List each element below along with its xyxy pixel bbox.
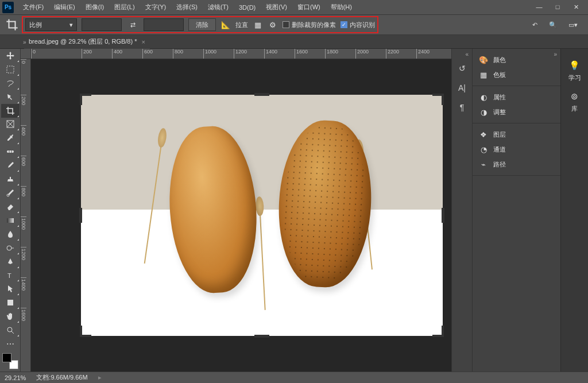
shape-tool[interactable] — [1, 296, 20, 310]
document-canvas[interactable] — [81, 95, 443, 336]
history-panel-icon[interactable]: ↺ — [456, 63, 469, 74]
menu-edit[interactable]: 编辑(E) — [49, 1, 80, 14]
adjustments-panel-icon: ◑ — [478, 107, 489, 117]
clone-stamp-tool[interactable] — [1, 172, 20, 186]
close-tab-icon[interactable]: × — [141, 38, 145, 45]
panels-column: 🎨颜色 ▦色板 ◐属性 ◑调整 ❖图层 ◔通道 ⌁路径 — [472, 49, 560, 372]
status-bar: 29.21% 文档:9.66M/9.66M ▸ — [0, 372, 588, 383]
crop-handle-bottom[interactable] — [254, 335, 269, 338]
foreground-background-colors[interactable] — [2, 353, 18, 369]
highlighted-options: 比例▾ ⇄ 清除 📐 拉直 ▦ ⚙ 删除裁剪的像素 ✓内容识别 — [22, 16, 378, 33]
zoom-tool[interactable] — [1, 323, 20, 337]
crop-settings-icon[interactable]: ⚙ — [268, 20, 278, 30]
paragraph-panel-icon[interactable]: ¶ — [456, 102, 469, 113]
healing-brush-tool[interactable] — [1, 145, 20, 158]
crop-handle-bl[interactable] — [80, 326, 91, 337]
chevron-down-icon: ▾ — [69, 21, 73, 29]
overlay-grid-icon[interactable]: ▦ — [253, 20, 263, 30]
crop-handle-top[interactable] — [254, 93, 269, 96]
libraries-icon: ⊚ — [568, 90, 581, 103]
blur-tool[interactable] — [1, 227, 20, 241]
move-tool[interactable] — [1, 49, 20, 63]
window-maximize-icon[interactable]: □ — [554, 3, 562, 11]
dodge-tool[interactable] — [1, 241, 20, 255]
status-menu-icon[interactable]: ▸ — [98, 374, 102, 381]
menu-select[interactable]: 选择(S) — [172, 1, 202, 14]
menu-3d[interactable]: 3D(D) — [234, 2, 260, 13]
hand-tool[interactable] — [1, 310, 20, 323]
menu-bar: Ps 文件(F) 编辑(E) 图像(I) 图层(L) 文字(Y) 选择(S) 滤… — [0, 0, 588, 14]
learn-panel[interactable]: 💡学习 — [568, 59, 581, 82]
straighten-icon[interactable]: 📐 — [220, 20, 231, 30]
panel-properties[interactable]: ◐属性 — [473, 90, 560, 105]
brush-tool[interactable] — [1, 158, 20, 172]
ps-logo: Ps — [2, 2, 14, 13]
menu-view[interactable]: 视图(V) — [261, 1, 292, 14]
menu-filter[interactable]: 滤镜(T) — [203, 1, 233, 14]
crop-handle-br[interactable] — [432, 326, 444, 337]
character-panel-icon[interactable]: A| — [456, 82, 469, 94]
crop-handle-tr[interactable] — [432, 94, 444, 105]
frame-tool[interactable] — [1, 118, 20, 131]
svg-text:T: T — [7, 272, 11, 279]
undo-icon[interactable]: ↶ — [532, 21, 537, 29]
ruler-origin[interactable] — [21, 49, 31, 59]
crop-handle-tl[interactable] — [80, 94, 91, 105]
menu-image[interactable]: 图像(I) — [81, 1, 109, 14]
collapsed-dock-right: 💡学习 ⊚库 — [560, 49, 588, 372]
ruler-vertical[interactable]: 02004006008001000120014001600 — [21, 59, 31, 372]
properties-panel-icon: ◐ — [478, 92, 489, 102]
swap-dimensions-icon[interactable]: ⇄ — [126, 18, 139, 31]
document-tab-bar: » bread.jpeg @ 29.2% (图层 0, RGB/8) *× — [0, 35, 588, 49]
panel-layers[interactable]: ❖图层 — [473, 127, 560, 142]
window-minimize-icon[interactable]: — — [535, 3, 543, 11]
tools-panel: T ⋯ — [0, 49, 21, 372]
eyedropper-tool[interactable] — [1, 131, 20, 145]
gradient-tool[interactable] — [1, 214, 20, 227]
crop-width-input[interactable] — [82, 18, 122, 31]
collapse-toolbar-icon[interactable]: » — [23, 39, 26, 45]
content-aware-checkbox[interactable]: ✓内容识别 — [341, 21, 375, 29]
pen-tool[interactable] — [1, 255, 20, 269]
document-tab[interactable]: bread.jpeg @ 29.2% (图层 0, RGB/8) *× — [24, 35, 150, 49]
clear-button[interactable]: 清除 — [188, 18, 216, 31]
canvas-area[interactable]: 0200400600800100012001400160018002000220… — [21, 49, 451, 372]
libraries-panel[interactable]: ⊚库 — [568, 90, 581, 113]
panel-color[interactable]: 🎨颜色 — [473, 52, 560, 67]
history-brush-tool[interactable] — [1, 186, 20, 200]
crop-tool-indicator-icon — [6, 18, 18, 31]
panel-swatches[interactable]: ▦色板 — [473, 67, 560, 82]
svg-rect-7 — [7, 300, 13, 305]
crop-height-input[interactable] — [144, 18, 184, 31]
zoom-level[interactable]: 29.21% — [5, 374, 26, 381]
paths-panel-icon: ⌁ — [478, 159, 489, 169]
search-icon[interactable]: 🔍 — [549, 21, 557, 29]
menu-file[interactable]: 文件(F) — [18, 1, 48, 14]
swatches-panel-icon: ▦ — [478, 69, 489, 80]
panel-adjustments[interactable]: ◑调整 — [473, 105, 560, 119]
edit-toolbar[interactable]: ⋯ — [1, 337, 20, 351]
menu-layer[interactable]: 图层(L) — [110, 1, 139, 14]
window-close-icon[interactable]: ✕ — [572, 3, 580, 11]
workspace-switcher-icon[interactable]: ▭▾ — [568, 21, 578, 29]
eraser-tool[interactable] — [1, 200, 20, 214]
marquee-tool[interactable] — [1, 63, 20, 76]
crop-handle-right[interactable] — [442, 208, 444, 223]
lasso-tool[interactable] — [1, 76, 20, 90]
path-select-tool[interactable] — [1, 282, 20, 296]
delete-cropped-checkbox[interactable]: 删除裁剪的像素 — [283, 21, 336, 29]
learn-icon: 💡 — [568, 59, 581, 72]
panel-channels[interactable]: ◔通道 — [473, 142, 560, 157]
menu-window[interactable]: 窗口(W) — [293, 1, 325, 14]
crop-tool[interactable] — [1, 104, 20, 118]
ratio-preset-dropdown[interactable]: 比例▾ — [25, 18, 77, 31]
layers-panel-icon: ❖ — [478, 129, 489, 140]
quick-select-tool[interactable] — [1, 90, 20, 104]
ruler-horizontal[interactable]: 0200400600800100012001400160018002000220… — [31, 49, 451, 59]
svg-point-5 — [7, 246, 11, 250]
panel-paths[interactable]: ⌁路径 — [473, 157, 560, 172]
crop-handle-left[interactable] — [79, 208, 82, 223]
menu-help[interactable]: 帮助(H) — [326, 1, 357, 14]
menu-type[interactable]: 文字(Y) — [141, 1, 171, 14]
type-tool[interactable]: T — [1, 269, 20, 283]
